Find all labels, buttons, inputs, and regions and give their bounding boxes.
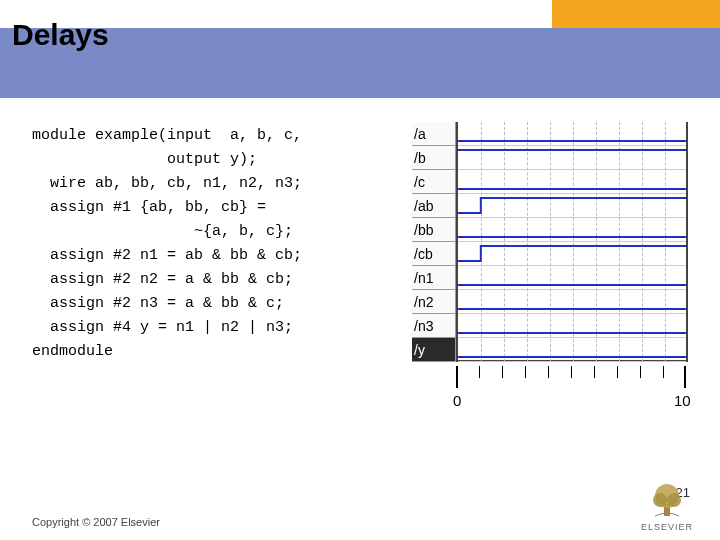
waveform-row (458, 242, 686, 266)
waveform-trace (458, 290, 686, 314)
waveform-row (458, 146, 686, 170)
copyright-footer: Copyright © 2007 Elsevier (32, 516, 160, 528)
signal-label: /n1 (412, 266, 456, 290)
slide-title: Delays (12, 18, 109, 52)
waveform-row (458, 314, 686, 338)
waveform-row (458, 218, 686, 242)
svg-point-2 (653, 493, 667, 507)
publisher-name: ELSEVIER (632, 522, 702, 532)
signal-label: /n3 (412, 314, 456, 338)
waveform-row (458, 170, 686, 194)
waveform-trace (458, 266, 686, 290)
waveform-trace (458, 194, 686, 218)
svg-point-3 (667, 493, 681, 507)
signal-label-column: /a/b/c/ab/bb/cb/n1/n2/n3/y (412, 122, 456, 362)
waveform-trace (458, 218, 686, 242)
waveform-trace (458, 146, 686, 170)
signal-label: /a (412, 122, 456, 146)
tree-icon (647, 480, 687, 520)
waveform-viewer: /a/b/c/ab/bb/cb/n1/n2/n3/y 0 10 (412, 122, 692, 436)
signal-label: /b (412, 146, 456, 170)
waveform-trace (458, 242, 686, 266)
waveform-row (458, 290, 686, 314)
waveform-trace (458, 170, 686, 194)
signal-label: /n2 (412, 290, 456, 314)
waveform-row (458, 194, 686, 218)
waveform-plot (456, 122, 688, 362)
waveform-row (458, 338, 686, 362)
signal-label: /c (412, 170, 456, 194)
accent-block (552, 0, 720, 28)
signal-label: /cb (412, 242, 456, 266)
time-axis: 0 10 (456, 366, 688, 426)
axis-label-max: 10 (674, 392, 691, 409)
waveform-row (458, 122, 686, 146)
waveform-row (458, 266, 686, 290)
axis-label-min: 0 (453, 392, 461, 409)
signal-label: /ab (412, 194, 456, 218)
waveform-trace (458, 314, 686, 338)
waveform-trace (458, 338, 686, 362)
publisher-logo: ELSEVIER (632, 480, 702, 532)
signal-label: /bb (412, 218, 456, 242)
waveform-trace (458, 122, 686, 146)
signal-label: /y (412, 338, 456, 362)
